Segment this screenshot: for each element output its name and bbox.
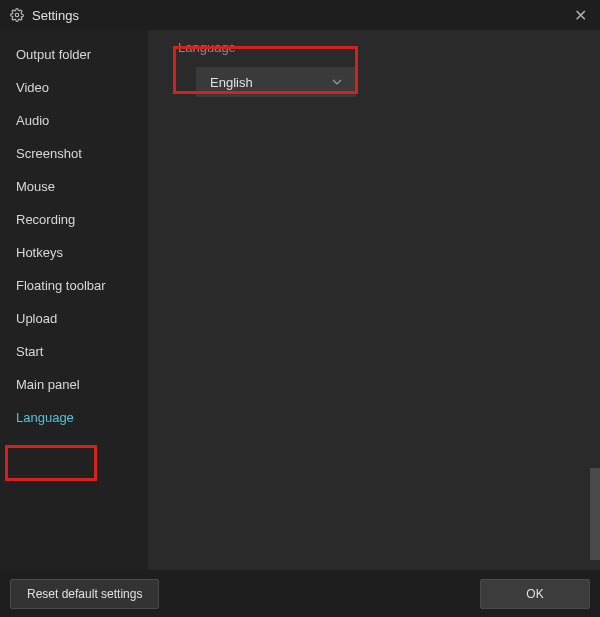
sidebar-item-recording[interactable]: Recording <box>0 203 148 236</box>
scrollbar[interactable] <box>590 468 600 560</box>
titlebar-left: Settings <box>10 8 79 23</box>
sidebar-item-label: Audio <box>16 113 49 128</box>
close-button[interactable]: ✕ <box>570 5 590 25</box>
sidebar-item-label: Screenshot <box>16 146 82 161</box>
sidebar-item-label: Upload <box>16 311 57 326</box>
language-dropdown[interactable]: English <box>196 67 356 97</box>
button-label: OK <box>526 587 543 601</box>
footer: Reset default settings OK <box>0 570 600 617</box>
sidebar-item-audio[interactable]: Audio <box>0 104 148 137</box>
sidebar-item-label: Main panel <box>16 377 80 392</box>
dropdown-wrap: English <box>196 67 580 97</box>
main-panel: Language English <box>148 30 600 570</box>
sidebar-item-label: Mouse <box>16 179 55 194</box>
sidebar: Output folder Video Audio Screenshot Mou… <box>0 30 148 570</box>
sidebar-item-label: Floating toolbar <box>16 278 106 293</box>
sidebar-item-upload[interactable]: Upload <box>0 302 148 335</box>
sidebar-item-floating-toolbar[interactable]: Floating toolbar <box>0 269 148 302</box>
sidebar-item-start[interactable]: Start <box>0 335 148 368</box>
sidebar-item-language[interactable]: Language <box>0 401 148 434</box>
close-icon: ✕ <box>574 6 587 25</box>
titlebar: Settings ✕ <box>0 0 600 30</box>
sidebar-item-label: Recording <box>16 212 75 227</box>
sidebar-item-mouse[interactable]: Mouse <box>0 170 148 203</box>
ok-button[interactable]: OK <box>480 579 590 609</box>
reset-default-settings-button[interactable]: Reset default settings <box>10 579 159 609</box>
window-title: Settings <box>32 8 79 23</box>
sidebar-item-video[interactable]: Video <box>0 71 148 104</box>
sidebar-item-label: Video <box>16 80 49 95</box>
sidebar-item-main-panel[interactable]: Main panel <box>0 368 148 401</box>
sidebar-item-label: Output folder <box>16 47 91 62</box>
sidebar-item-output-folder[interactable]: Output folder <box>0 38 148 71</box>
dropdown-value: English <box>210 75 253 90</box>
sidebar-item-hotkeys[interactable]: Hotkeys <box>0 236 148 269</box>
sidebar-item-label: Start <box>16 344 43 359</box>
svg-point-0 <box>15 13 19 17</box>
sidebar-item-label: Hotkeys <box>16 245 63 260</box>
sidebar-item-screenshot[interactable]: Screenshot <box>0 137 148 170</box>
button-label: Reset default settings <box>27 587 142 601</box>
gear-icon <box>10 8 24 22</box>
chevron-down-icon <box>332 75 342 90</box>
body-area: Output folder Video Audio Screenshot Mou… <box>0 30 600 570</box>
section-label-language: Language <box>178 40 580 55</box>
sidebar-item-label: Language <box>16 410 74 425</box>
